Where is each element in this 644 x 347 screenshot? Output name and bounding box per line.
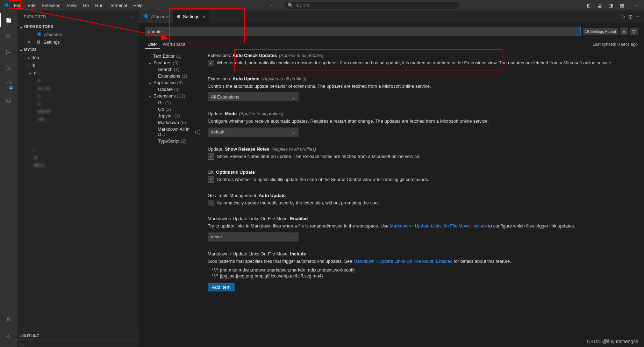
add-item-button[interactable]: Add Item	[208, 283, 235, 291]
nav-back-icon[interactable]: ←	[270, 3, 274, 8]
file-item[interactable]: id	[17, 153, 138, 161]
settings-toc-item[interactable]: Git (1)	[148, 99, 201, 106]
window-minimize-icon[interactable]: —	[632, 3, 641, 8]
setting-link[interactable]: Markdown › Update Links On File Move: En…	[353, 259, 452, 264]
nav-forward-icon[interactable]: →	[277, 3, 282, 8]
settings-clear-filter-icon[interactable]: ▽	[630, 28, 638, 35]
setting-checkbox[interactable]	[208, 176, 214, 183]
settings-toc-item[interactable]: Search (1)	[148, 66, 201, 73]
split-editor-icon[interactable]: ◫	[628, 14, 632, 19]
chevron-down-icon: ⌄	[292, 129, 295, 135]
settings-toc-item[interactable]: Extensions (2)	[148, 73, 201, 79]
setting-dropdown[interactable]: All Extensions⌄	[208, 92, 299, 101]
layout-customize-icon[interactable]: ▦	[618, 3, 626, 8]
scope-tab-workspace[interactable]: Workspace	[160, 40, 188, 48]
settings-toc: Text Editor (1)Features (3)Search (1)Ext…	[145, 53, 201, 347]
scope-tab-user[interactable]: User	[145, 40, 160, 49]
folder-item[interactable]: ls	[17, 61, 138, 69]
settings-toc-item[interactable]: Update (3)	[148, 86, 201, 93]
file-item[interactable]: sc .t it	[17, 84, 138, 92]
settings-toc-item[interactable]: Go (2)	[148, 106, 201, 113]
file-item[interactable]: ll	[17, 77, 138, 84]
svg-line-3	[9, 37, 10, 38]
setting-item: Markdown › Update Links On File Move: In…	[208, 251, 631, 292]
settings-toc-item[interactable]: Markdown All in O... (1)	[148, 126, 201, 138]
activity-scm-icon[interactable]	[0, 45, 17, 59]
file-item[interactable]	[17, 130, 138, 138]
setting-item: Extensions: Auto Update(Applies to all p…	[208, 76, 631, 102]
layout-toggle-bottom-icon[interactable]: ⬓	[595, 3, 604, 8]
svg-rect-10	[6, 99, 10, 102]
settings-toc-item[interactable]: Text Editor (1)	[148, 53, 201, 59]
close-icon[interactable]: ×	[203, 14, 206, 19]
menu-edit[interactable]: Edit	[25, 1, 38, 9]
setting-checkbox[interactable]	[208, 60, 214, 66]
file-item[interactable]: ork.txt	[17, 107, 138, 115]
timeline-section[interactable]: ...	[17, 339, 138, 347]
activity-remote-icon[interactable]	[0, 94, 17, 108]
svg-point-2	[6, 34, 9, 37]
file-item[interactable]: i...	[17, 92, 138, 100]
activity-account-icon[interactable]	[0, 313, 17, 327]
settings-toc-item[interactable]: Jupyter (1)	[148, 113, 201, 119]
menu-run[interactable]: Run	[92, 1, 106, 9]
settings-filter-icon[interactable]: ≡	[620, 28, 628, 35]
activity-extensions-icon[interactable]: 1	[0, 78, 17, 92]
svg-rect-7	[6, 82, 8, 84]
close-icon[interactable]: ×	[28, 39, 34, 45]
settings-toc-item[interactable]: Features (3)	[148, 59, 201, 66]
sidebar-more-icon[interactable]: ⋯	[130, 14, 135, 19]
menu-terminal[interactable]: Terminal	[107, 1, 130, 9]
activity-explorer-icon[interactable]	[0, 13, 17, 27]
open-editors-section[interactable]: OPEN EDITORS	[17, 23, 138, 30]
layout-toggle-left-icon[interactable]: ◧	[584, 3, 593, 8]
run-icon[interactable]: ▷	[622, 14, 625, 19]
search-icon: 🔍	[288, 3, 293, 8]
folder-item[interactable]: d...	[17, 69, 138, 77]
open-editor-item[interactable]: ×⚙Settings	[17, 38, 138, 46]
command-center[interactable]: 🔍 my123	[285, 1, 459, 9]
setting-item: Go › Tools Management: Auto UpdateAutoma…	[208, 193, 631, 207]
file-item[interactable]: .txt	[17, 115, 138, 123]
svg-point-5	[6, 53, 7, 55]
file-item[interactable]	[17, 123, 138, 130]
file-item[interactable]	[17, 138, 138, 146]
menu-go[interactable]: Go	[80, 1, 92, 9]
menu-view[interactable]: View	[64, 1, 79, 9]
setting-link[interactable]: Markdown › Update Links On File Move: In…	[390, 223, 487, 229]
menu-file[interactable]: File	[11, 1, 24, 9]
activity-search-icon[interactable]	[0, 29, 17, 43]
settings-toc-item[interactable]: Markdown (5)	[148, 119, 201, 126]
more-actions-icon[interactable]: ⋯	[635, 14, 640, 19]
open-editor-item[interactable]: Welcome	[17, 30, 138, 38]
setting-title: Go › Tools Management: Auto Update	[208, 193, 631, 198]
activity-settings-icon[interactable]	[0, 330, 17, 344]
setting-checkbox[interactable]	[208, 200, 214, 206]
project-section[interactable]: MY123	[17, 46, 138, 53]
settings-search-input[interactable]	[145, 27, 581, 36]
activity-debug-icon[interactable]	[0, 62, 17, 75]
watermark: CSDN @liuyunshengsir	[587, 339, 638, 344]
layout-toggle-right-icon[interactable]: ◨	[607, 3, 615, 8]
menu-help[interactable]: Help	[130, 1, 145, 9]
editor-area: Welcome⚙Settings× ▷ ◫ ⋯ 19 Settings Foun…	[138, 10, 644, 347]
editor-tab[interactable]: Welcome	[138, 10, 173, 23]
file-item[interactable]: l	[17, 146, 138, 153]
vscode-icon	[142, 13, 148, 20]
svg-rect-8	[9, 82, 11, 84]
list-item[interactable]: **/*.{jpg,jpe,jpeg,png,bmp,gif,ico,webp,…	[212, 273, 631, 279]
editor-tab[interactable]: ⚙Settings×	[173, 10, 209, 23]
menu-selection[interactable]: Selection	[39, 1, 63, 9]
folder-item[interactable]: dea	[17, 53, 138, 61]
settings-toc-item[interactable]: Application (3)	[148, 79, 201, 86]
outline-section[interactable]: OUTLINE	[17, 332, 138, 339]
file-item[interactable]: x	[17, 100, 138, 107]
setting-checkbox[interactable]	[208, 153, 214, 160]
settings-toc-item[interactable]: Extensions (12)	[148, 93, 201, 99]
list-item[interactable]: **/*.{md,mkd,mdwn,mdown,markdown,markdn,…	[212, 267, 631, 273]
setting-dropdown[interactable]: default⌄	[208, 128, 299, 137]
setting-item: Markdown › Update Links On File Move: En…	[208, 216, 631, 241]
file-item[interactable]: ME.n	[17, 161, 138, 169]
settings-toc-item[interactable]: TypeScript (2)	[148, 138, 201, 144]
setting-dropdown[interactable]: never⌄	[208, 232, 299, 241]
